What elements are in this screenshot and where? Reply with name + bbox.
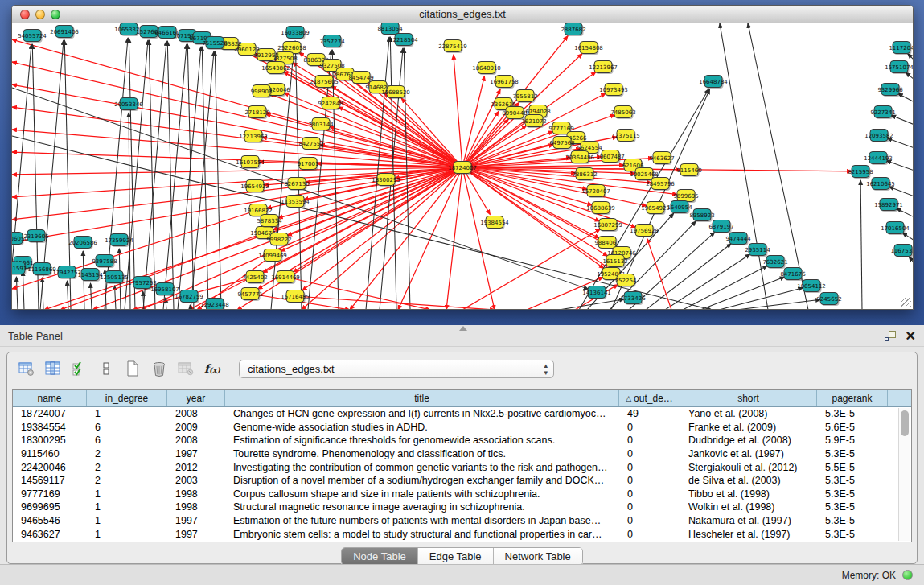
splitter-grip-icon[interactable] xyxy=(459,326,467,331)
table-cell[interactable]: 5.6E-5 xyxy=(817,422,888,433)
table-cell[interactable]: Disruption of a novel member of a sodium… xyxy=(225,475,619,486)
table-cell[interactable]: 1 xyxy=(87,515,167,526)
column-header-year[interactable]: year xyxy=(167,390,225,406)
table-row[interactable]: 969969511998Structural magnetic resonanc… xyxy=(13,501,911,514)
table-cell[interactable]: 1 xyxy=(87,501,167,513)
table-cell[interactable]: Yano et al. (2008) xyxy=(680,408,817,419)
network-canvas-svg[interactable]: 1872400718300295224200469989032718120122… xyxy=(12,23,913,309)
table-cell[interactable]: 5.5E-5 xyxy=(817,462,888,473)
graph-edge[interactable] xyxy=(269,94,462,167)
close-panel-icon[interactable]: ✕ xyxy=(906,330,916,343)
table-cell[interactable]: 1998 xyxy=(167,501,225,513)
column-header-out-degree[interactable]: △out_de… xyxy=(619,390,680,406)
graph-edge[interactable] xyxy=(191,51,214,309)
tab-network-table[interactable]: Network Table xyxy=(494,548,582,565)
tab-edge-table[interactable]: Edge Table xyxy=(418,548,494,565)
window-titlebar[interactable]: citations_edges.txt xyxy=(12,6,913,23)
table-cell[interactable]: 0 xyxy=(619,435,680,446)
table-row[interactable]: 946362711997Embryonic stem cells: a mode… xyxy=(13,527,911,541)
graph-edge[interactable] xyxy=(401,98,462,167)
table-cell[interactable]: 18724007 xyxy=(13,408,87,419)
table-cell[interactable]: 0 xyxy=(619,501,680,513)
table-cell[interactable]: 5.3E-5 xyxy=(817,475,888,486)
graph-edge[interactable] xyxy=(125,40,148,309)
table-cell[interactable]: 2 xyxy=(87,448,167,459)
table-row[interactable]: 1456911722003Disruption of a novel membe… xyxy=(13,474,911,488)
column-header-short[interactable]: short xyxy=(680,390,817,406)
graph-edge[interactable] xyxy=(646,244,731,309)
table-cell[interactable]: 5.3E-5 xyxy=(817,488,888,500)
table-cell[interactable]: 5.9E-5 xyxy=(817,435,888,446)
table-cell[interactable]: 9465546 xyxy=(13,515,87,526)
table-cell[interactable]: 18300295 xyxy=(13,435,87,446)
table-cell[interactable]: 5.3E-5 xyxy=(817,501,888,513)
table-cell[interactable]: 2003 xyxy=(167,475,225,486)
table-cell[interactable]: 0 xyxy=(619,475,680,486)
table-cell[interactable]: 1 xyxy=(87,408,167,419)
table-cell[interactable]: 1 xyxy=(87,529,167,540)
table-cell[interactable]: 14569117 xyxy=(13,475,87,486)
graph-edge[interactable] xyxy=(284,93,462,167)
table-cell[interactable]: Franke et al. (2009) xyxy=(680,422,817,433)
table-settings-button[interactable] xyxy=(15,358,38,379)
new-document-button[interactable] xyxy=(121,358,144,379)
graph-edge[interactable] xyxy=(190,305,191,309)
table-cell[interactable]: 0 xyxy=(619,515,680,526)
graph-edge[interactable] xyxy=(700,277,785,309)
table-row[interactable]: 1830029562008Estimation of significance … xyxy=(13,434,911,447)
table-cell[interactable]: 5.3E-5 xyxy=(817,448,888,459)
graph-edge[interactable] xyxy=(23,271,24,309)
graph-edge[interactable] xyxy=(898,93,913,102)
table-cell[interactable]: Corpus callosum shape and size in male p… xyxy=(225,488,619,500)
table-cell[interactable]: 0 xyxy=(619,422,680,433)
graph-edge[interactable] xyxy=(446,167,462,309)
graph-edge[interactable] xyxy=(166,298,166,309)
table-cell[interactable]: de Silva et al. (2003) xyxy=(680,475,817,486)
table-cell[interactable]: 9463627 xyxy=(13,529,87,540)
select-rows-button[interactable] xyxy=(68,358,91,379)
table-cell[interactable]: 6 xyxy=(87,435,167,446)
table-cell[interactable]: Jankovic et al. (1997) xyxy=(680,448,817,459)
table-cell[interactable]: Estimation of significance thresholds fo… xyxy=(225,435,619,446)
graph-edge[interactable] xyxy=(462,167,495,309)
table-cell[interactable]: Structural magnetic resonance image aver… xyxy=(225,501,619,513)
table-row[interactable]: 1938455462009Genome-wide association stu… xyxy=(13,421,911,435)
table-cell[interactable]: Nakamura et al. (1997) xyxy=(680,515,817,526)
table-cell[interactable]: 0 xyxy=(619,488,680,500)
table-cell[interactable]: 1997 xyxy=(167,448,225,459)
function-builder-button[interactable]: f(x) xyxy=(201,358,224,379)
graph-edge[interactable] xyxy=(295,296,495,309)
table-cell[interactable]: 5.3E-5 xyxy=(817,529,888,540)
table-cell[interactable]: Dudbridge et al. (2008) xyxy=(680,435,817,446)
table-cell[interactable]: 9699695 xyxy=(13,501,87,513)
table-row[interactable]: 977716911998Corpus callosum shape and si… xyxy=(13,488,911,501)
table-cell[interactable]: 2 xyxy=(87,462,167,473)
table-row[interactable]: 946554611997Estimation of the future num… xyxy=(13,514,911,528)
table-cell[interactable]: 2008 xyxy=(167,435,225,446)
graph-edge[interactable] xyxy=(202,47,208,309)
table-cell[interactable]: Genome-wide association studies in ADHD. xyxy=(225,422,619,433)
table-cell[interactable]: 2012 xyxy=(167,462,225,473)
graph-edge[interactable] xyxy=(909,257,913,263)
column-header-name[interactable]: name xyxy=(13,390,87,406)
table-cell[interactable]: Investigating the contribution of common… xyxy=(225,462,619,473)
graph-edge[interactable] xyxy=(187,44,194,309)
table-row[interactable]: 2242004622012Investigating the contribut… xyxy=(13,460,911,474)
table-cell[interactable]: 1997 xyxy=(167,529,225,540)
graph-edge[interactable] xyxy=(454,55,462,167)
tab-node-table[interactable]: Node Table xyxy=(342,548,418,565)
table-cell[interactable]: 19384554 xyxy=(13,422,87,433)
graph-edge[interactable] xyxy=(67,281,68,309)
graph-edge[interactable] xyxy=(897,208,913,217)
graph-edge[interactable] xyxy=(889,187,913,196)
table-cell[interactable]: 5.3E-5 xyxy=(817,515,888,526)
table-vertical-scrollbar[interactable] xyxy=(898,408,910,541)
table-cell[interactable]: Tourette syndrome. Phenomenology and cla… xyxy=(225,448,619,459)
show-columns-button[interactable] xyxy=(42,358,64,379)
graph-edge[interactable] xyxy=(719,288,803,309)
graph-edge[interactable] xyxy=(720,23,768,309)
delete-table-disabled-button[interactable] xyxy=(175,358,197,379)
table-cell[interactable]: 9777169 xyxy=(13,488,87,500)
column-header-pagerank[interactable]: pagerank xyxy=(817,390,888,406)
column-header-title[interactable]: title xyxy=(225,390,619,406)
